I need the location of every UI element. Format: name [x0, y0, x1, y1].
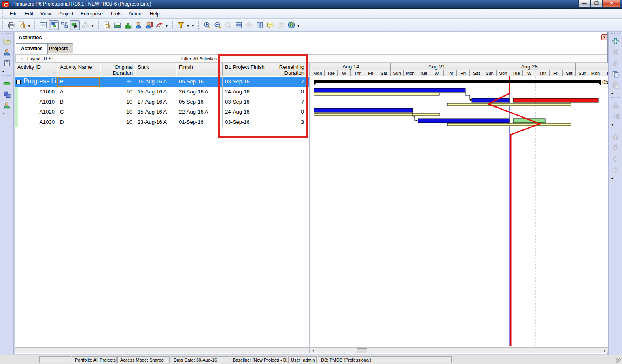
collapse-arrow-icon[interactable]: ◂ — [0, 112, 13, 116]
zoom-out-icon[interactable] — [213, 20, 223, 30]
timescale-day[interactable]: Thr — [444, 70, 457, 76]
menu-file[interactable]: File — [6, 10, 21, 18]
fit-page-icon[interactable] — [244, 20, 254, 30]
menu-tools[interactable]: Tools — [106, 10, 125, 18]
scroll-left-arrow[interactable]: ◄ — [310, 348, 316, 353]
column-header-activity-name[interactable]: Activity Name — [57, 63, 100, 76]
collapse-arrow-icon[interactable]: ◂ — [609, 123, 622, 127]
table-hscrollbar[interactable] — [15, 347, 309, 353]
resource-assign-icon[interactable] — [144, 20, 154, 30]
gantt-chart[interactable]: 05-Sep-16 — [310, 76, 608, 347]
table-cell[interactable]: 05-Sep-16 — [176, 97, 223, 107]
resources-icon[interactable] — [2, 47, 12, 57]
scrollbar-thumb[interactable] — [357, 348, 367, 353]
split-horizontal-icon[interactable] — [234, 20, 244, 30]
tab-projects[interactable]: Projects — [44, 43, 73, 53]
timescale-day[interactable]: Tue — [510, 70, 523, 76]
timescale-day[interactable]: Tue — [325, 70, 338, 76]
notebook-note-icon[interactable] — [265, 20, 275, 30]
column-filter-icon[interactable]: ▽ — [53, 71, 56, 75]
timescale-day[interactable]: Fri — [550, 70, 563, 76]
network-view-icon[interactable] — [59, 20, 69, 30]
split-vertical-icon[interactable] — [255, 20, 265, 30]
gantt-bar-baseline-a1030[interactable] — [447, 123, 571, 126]
timescale-day[interactable]: W — [523, 70, 536, 76]
timescale-day[interactable]: Sat — [563, 70, 576, 76]
help-icon[interactable]: ? — [276, 20, 286, 30]
gantt-bar-baseline-a1010[interactable] — [447, 103, 571, 106]
gantt-bar-actual-a1020[interactable] — [314, 108, 413, 112]
projects-icon[interactable] — [2, 36, 12, 46]
table-cell[interactable]: 10 — [100, 107, 135, 117]
resize-grip[interactable] — [616, 358, 621, 363]
table-cell[interactable]: 26-Aug-16 A — [176, 87, 223, 97]
add-icon[interactable] — [611, 36, 620, 46]
wbs-icon[interactable] — [2, 90, 12, 99]
gantt-view-icon[interactable] — [49, 20, 59, 30]
restore-button[interactable]: ❐ — [590, 0, 603, 8]
title-bar[interactable]: Primavera P6 Professional R16.1 : NEWPRO… — [0, 0, 622, 9]
menu-admin[interactable]: Admin — [125, 10, 146, 18]
gantt-summary-bar[interactable] — [314, 80, 601, 83]
collapse-arrow-icon[interactable]: ◂ — [0, 69, 13, 74]
menu-enterprise[interactable]: Enterprise — [77, 10, 106, 18]
layout-options-bar[interactable]: ▽ Layout: TEST Filter: All Activities — [15, 54, 607, 63]
resource-add-icon[interactable] — [611, 101, 620, 110]
trace-logic-icon[interactable] — [70, 20, 80, 30]
activities-icon[interactable] — [2, 79, 12, 89]
table-cell[interactable]: 01-Sep-16 — [176, 117, 223, 127]
table-cell[interactable]: A1010 — [15, 97, 57, 107]
timescale-day[interactable]: Mon — [497, 70, 510, 76]
assignments-icon[interactable] — [2, 101, 12, 110]
zoom-in-icon[interactable] — [202, 20, 212, 30]
table-cell[interactable]: 35 — [100, 77, 135, 87]
print-icon[interactable] — [6, 20, 16, 30]
table-cell[interactable]: C — [57, 107, 100, 117]
gantt-bar-baseline-a1020[interactable] — [314, 113, 439, 116]
rollup-icon[interactable] — [155, 20, 164, 30]
table-cell[interactable]: 15-Aug-16 A — [135, 77, 176, 87]
timescale-day[interactable]: Tu — [602, 70, 608, 76]
minimize-button[interactable]: — — [578, 0, 590, 8]
timescale-day[interactable]: Sat — [470, 70, 483, 76]
gantt-timescale[interactable]: Aug 14Aug 21Aug 28MonTueWThrFriSatSunMon… — [310, 63, 608, 76]
gantt-bar-actual-a1010[interactable] — [472, 98, 509, 102]
dropdown-caret-icon[interactable]: ▼ — [191, 24, 195, 28]
timescale-day[interactable]: Mon — [311, 70, 325, 76]
gantt-bar-baseline-a1000[interactable] — [314, 93, 439, 95]
add-row-icon[interactable] — [113, 20, 122, 30]
table-view-icon[interactable] — [38, 20, 48, 30]
table-cell[interactable]: B — [57, 97, 100, 107]
delete-icon[interactable] — [611, 47, 620, 57]
timescale-day[interactable]: Sun — [391, 70, 404, 76]
find-icon[interactable]: A — [102, 20, 112, 30]
timescale-day[interactable]: W — [338, 70, 351, 76]
scroll-right-arrow[interactable]: ► — [603, 348, 608, 353]
print-preview-icon[interactable] — [17, 20, 27, 30]
bar-chart-icon[interactable] — [123, 20, 133, 30]
zoom-fit-icon[interactable] — [223, 20, 233, 30]
assign-arrow-icon[interactable] — [611, 112, 620, 121]
menu-project[interactable]: Project — [55, 10, 77, 18]
move-up-icon[interactable] — [611, 132, 620, 142]
dropdown-caret-icon[interactable]: ▼ — [297, 24, 300, 28]
timescale-week[interactable]: Aug 21 — [391, 63, 483, 70]
menu-edit[interactable]: Edit — [21, 10, 37, 18]
dropdown-caret-icon[interactable]: ▼ — [91, 24, 94, 28]
filter-icon[interactable] — [176, 20, 186, 30]
gantt-bar-actual-a1000[interactable] — [314, 88, 465, 92]
table-cell[interactable]: 15-Aug-16 A — [135, 87, 176, 97]
move-down-icon[interactable] — [611, 143, 620, 153]
column-header-start[interactable]: Start — [135, 63, 176, 76]
tab-activities[interactable]: Activities — [16, 43, 48, 54]
table-cell[interactable]: 05-Sep-16 — [176, 77, 223, 87]
collapse-minus-icon[interactable]: − — [16, 80, 21, 84]
dropdown-caret-icon[interactable]: ▼ — [187, 24, 190, 28]
table-cell[interactable]: 10 — [100, 117, 135, 127]
timescale-day[interactable]: Mon — [404, 70, 417, 76]
gantt-bar-actual-a1030[interactable] — [418, 119, 509, 123]
timescale-day[interactable]: W — [430, 70, 444, 76]
timescale-week[interactable]: Aug 14 — [311, 63, 391, 70]
table-cell[interactable]: A1020 — [15, 107, 57, 117]
column-header-finish[interactable]: Finish — [176, 63, 223, 76]
